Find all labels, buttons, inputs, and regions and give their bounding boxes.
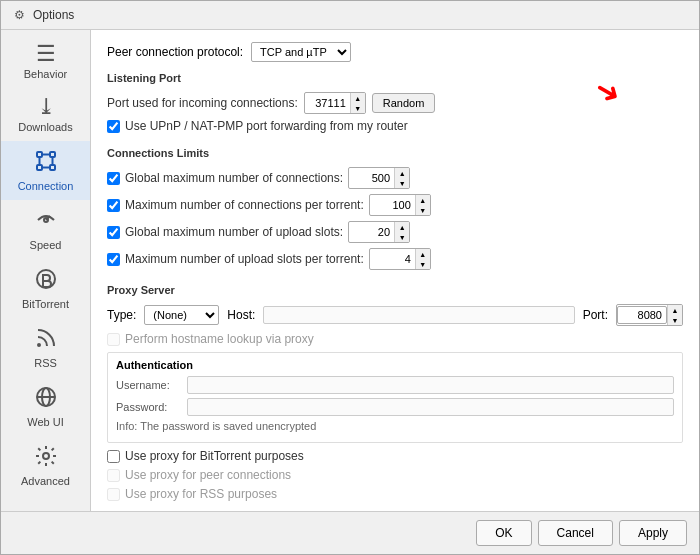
sidebar-item-advanced[interactable]: Advanced	[1, 436, 90, 495]
proxy-peers-row: Use proxy for peer connections	[107, 468, 683, 482]
proxy-bittorrent-checkbox[interactable]	[107, 450, 120, 463]
svg-rect-2	[37, 165, 42, 170]
downloads-icon: ⤓	[37, 96, 55, 118]
proxy-port-input[interactable]	[617, 306, 667, 324]
port-row-container: Port used for incoming connections: ▲ ▼ …	[107, 92, 683, 114]
conn-limit-row-1: Maximum number of connections per torren…	[107, 194, 683, 216]
auth-header: Authentication	[116, 359, 674, 371]
port-spin-buttons: ▲ ▼	[350, 93, 365, 113]
conn-input-wrapper-0: ▲ ▼	[348, 167, 410, 189]
conn-spin-up-2[interactable]: ▲	[395, 222, 409, 232]
sidebar-label-webui: Web UI	[27, 416, 63, 428]
proxy-peers-checkbox[interactable]	[107, 469, 120, 482]
webui-icon	[34, 385, 58, 413]
svg-point-10	[37, 270, 55, 288]
conn-input-1[interactable]	[370, 197, 415, 213]
peer-protocol-select[interactable]: TCP and µTP TCP µTP	[251, 42, 351, 62]
conn-limit-label-1: Maximum number of connections per torren…	[125, 198, 364, 212]
advanced-icon	[34, 444, 58, 472]
proxy-host-input[interactable]	[263, 306, 574, 324]
upnp-checkbox[interactable]	[107, 120, 120, 133]
conn-limit-row-3: Maximum number of upload slots per torre…	[107, 248, 683, 270]
proxy-port-spin-up[interactable]: ▲	[668, 305, 682, 315]
conn-limit-row-2: Global maximum number of upload slots: ▲…	[107, 221, 683, 243]
hostname-lookup-row: Perform hostname lookup via proxy	[107, 332, 683, 346]
conn-spin-down-0[interactable]: ▼	[395, 178, 409, 188]
peer-protocol-label: Peer connection protocol:	[107, 45, 243, 59]
conn-spin-0: ▲ ▼	[394, 168, 409, 188]
proxy-server-section: Proxy Server Type: (None) HTTP SOCKS4 SO…	[107, 284, 683, 501]
proxy-bittorrent-row: Use proxy for BitTorrent purposes	[107, 449, 683, 463]
conn-input-wrapper-1: ▲ ▼	[369, 194, 431, 216]
sidebar-label-speed: Speed	[30, 239, 62, 251]
proxy-rss-row: Use proxy for RSS purposes	[107, 487, 683, 501]
svg-rect-0	[37, 152, 42, 157]
proxy-type-select[interactable]: (None) HTTP SOCKS4 SOCKS5	[144, 305, 219, 325]
connection-icon	[34, 149, 58, 177]
conn-spin-down-1[interactable]: ▼	[416, 205, 430, 215]
random-button[interactable]: Random	[372, 93, 436, 113]
speed-icon	[34, 208, 58, 236]
username-row: Username:	[116, 376, 674, 394]
conn-spin-up-0[interactable]: ▲	[395, 168, 409, 178]
conn-spin-up-3[interactable]: ▲	[416, 249, 430, 259]
sidebar-label-behavior: Behavior	[24, 68, 67, 80]
window-title: Options	[33, 8, 74, 22]
conn-limit-label-3: Maximum number of upload slots per torre…	[125, 252, 364, 266]
proxy-peers-label: Use proxy for peer connections	[125, 468, 291, 482]
conn-limit-label-0: Global maximum number of connections:	[125, 171, 343, 185]
peer-protocol-row: Peer connection protocol: TCP and µTP TC…	[107, 42, 683, 62]
svg-rect-3	[50, 165, 55, 170]
conn-limit-cb-2[interactable]	[107, 226, 120, 239]
conn-input-3[interactable]	[370, 251, 415, 267]
apply-button[interactable]: Apply	[619, 520, 687, 546]
port-spin-down[interactable]: ▼	[351, 103, 365, 113]
conn-spin-up-1[interactable]: ▲	[416, 195, 430, 205]
conn-spin-down-3[interactable]: ▼	[416, 259, 430, 269]
port-input[interactable]	[305, 95, 350, 111]
proxy-port-spin: ▲ ▼	[667, 305, 682, 325]
options-window: ⚙ Options ☰ Behavior ⤓ Downloads	[0, 0, 700, 555]
conn-input-wrapper-2: ▲ ▼	[348, 221, 410, 243]
svg-rect-1	[50, 152, 55, 157]
conn-input-0[interactable]	[349, 170, 394, 186]
conn-limit-cb-1[interactable]	[107, 199, 120, 212]
port-label: Port used for incoming connections:	[107, 96, 298, 110]
conn-input-2[interactable]	[349, 224, 394, 240]
sidebar-item-behavior[interactable]: ☰ Behavior	[1, 35, 90, 88]
ok-button[interactable]: OK	[476, 520, 531, 546]
proxy-port-spin-down[interactable]: ▼	[668, 315, 682, 325]
sidebar-label-advanced: Advanced	[21, 475, 70, 487]
title-bar: ⚙ Options	[1, 1, 699, 30]
password-info: Info: The password is saved unencrypted	[116, 420, 674, 432]
conn-spin-down-2[interactable]: ▼	[395, 232, 409, 242]
main-content: ☰ Behavior ⤓ Downloads	[1, 30, 699, 511]
port-row: Port used for incoming connections: ▲ ▼ …	[107, 92, 683, 114]
sidebar-label-connection: Connection	[18, 180, 74, 192]
conn-spin-2: ▲ ▼	[394, 222, 409, 242]
sidebar-item-downloads[interactable]: ⤓ Downloads	[1, 88, 90, 141]
sidebar-item-connection[interactable]: Connection	[1, 141, 90, 200]
proxy-type-row: Type: (None) HTTP SOCKS4 SOCKS5 Host: Po…	[107, 304, 683, 326]
sidebar-item-bittorrent[interactable]: BitTorrent	[1, 259, 90, 318]
proxy-rss-checkbox[interactable]	[107, 488, 120, 501]
password-input[interactable]	[187, 398, 674, 416]
sidebar-item-rss[interactable]: RSS	[1, 318, 90, 377]
sidebar-label-bittorrent: BitTorrent	[22, 298, 69, 310]
proxy-port-wrapper: ▲ ▼	[616, 304, 683, 326]
port-spin-up[interactable]: ▲	[351, 93, 365, 103]
username-input[interactable]	[187, 376, 674, 394]
conn-limit-cb-0[interactable]	[107, 172, 120, 185]
conn-limit-label-2: Global maximum number of upload slots:	[125, 225, 343, 239]
auth-section: Authentication Username: Password: Info:…	[107, 352, 683, 443]
conn-limit-cb-3[interactable]	[107, 253, 120, 266]
hostname-lookup-checkbox[interactable]	[107, 333, 120, 346]
sidebar-item-webui[interactable]: Web UI	[1, 377, 90, 436]
hostname-lookup-label: Perform hostname lookup via proxy	[125, 332, 314, 346]
bittorrent-icon	[34, 267, 58, 295]
sidebar-item-speed[interactable]: Speed	[1, 200, 90, 259]
sidebar: ☰ Behavior ⤓ Downloads	[1, 30, 91, 511]
upnp-row: Use UPnP / NAT-PMP port forwarding from …	[107, 119, 683, 133]
password-row: Password:	[116, 398, 674, 416]
cancel-button[interactable]: Cancel	[538, 520, 613, 546]
